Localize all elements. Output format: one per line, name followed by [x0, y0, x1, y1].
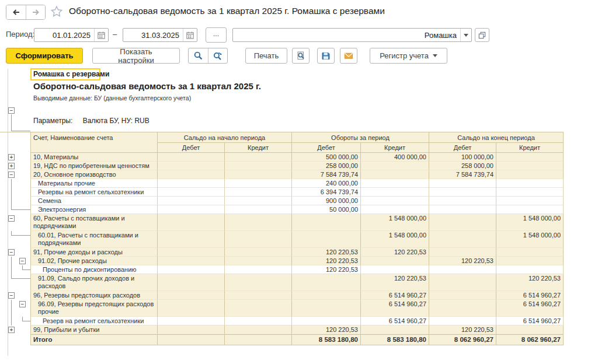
value-cell[interactable]: [225, 257, 292, 265]
account-cell[interactable]: 96.09, Резервы предстоящих расходовпрочи…: [30, 300, 158, 317]
value-cell[interactable]: 7 584 739,74: [429, 170, 496, 179]
period-from-input[interactable]: 01.01.2025: [34, 28, 109, 42]
account-cell[interactable]: Резервы на ремонт сельхозтехники: [30, 188, 158, 197]
report-collapse-toggle[interactable]: −: [8, 107, 15, 114]
value-cell[interactable]: [225, 231, 292, 248]
account-cell[interactable]: 60, Расчеты с поставщиками иподрядчиками: [30, 214, 158, 231]
value-cell[interactable]: [361, 170, 429, 179]
value-cell[interactable]: 400 000,00: [361, 153, 429, 162]
period-to-input[interactable]: 31.03.2025: [123, 28, 197, 42]
value-cell[interactable]: [225, 179, 292, 188]
value-cell[interactable]: [429, 205, 496, 214]
value-cell[interactable]: [496, 248, 564, 257]
value-cell[interactable]: 1 548 000,00: [361, 214, 429, 231]
value-cell[interactable]: [225, 153, 292, 162]
account-cell[interactable]: 91.02, Прочие расходы: [30, 257, 158, 265]
value-cell[interactable]: [496, 188, 564, 197]
value-cell[interactable]: [361, 188, 429, 197]
value-cell[interactable]: [429, 265, 496, 274]
value-cell[interactable]: 6 514 960,27: [361, 291, 429, 300]
collapse-toggle[interactable]: −: [19, 301, 26, 307]
value-cell[interactable]: [361, 205, 429, 214]
account-cell[interactable]: Семена: [30, 197, 158, 205]
search-next-button[interactable]: [208, 48, 227, 63]
value-cell[interactable]: [496, 265, 564, 274]
column-header-turnover[interactable]: Обороты за период: [292, 132, 429, 143]
value-cell[interactable]: [429, 214, 496, 231]
value-cell[interactable]: 120 220,53: [292, 265, 361, 274]
value-cell[interactable]: [225, 214, 292, 231]
value-cell[interactable]: [225, 265, 292, 274]
value-cell[interactable]: 1 548 000,00: [361, 231, 429, 248]
expand-toggle[interactable]: +: [8, 327, 15, 333]
value-cell[interactable]: 8 062 960,27: [496, 334, 564, 345]
value-cell[interactable]: [496, 257, 564, 265]
column-header-credit[interactable]: Кредит: [361, 143, 429, 153]
value-cell[interactable]: [496, 326, 564, 334]
value-cell[interactable]: [361, 162, 429, 170]
organization-choose-button[interactable]: [475, 28, 489, 42]
value-cell[interactable]: [225, 326, 292, 334]
save-button[interactable]: [317, 48, 335, 64]
account-cell[interactable]: Проценты по дисконтированию: [30, 265, 158, 274]
value-cell[interactable]: 120 220,53: [429, 257, 496, 265]
value-cell[interactable]: [429, 179, 496, 188]
value-cell[interactable]: [361, 257, 429, 265]
account-cell[interactable]: 91, Прочие доходы и расходы: [30, 248, 158, 257]
collapse-toggle[interactable]: −: [8, 215, 15, 222]
value-cell[interactable]: [496, 205, 564, 214]
value-cell[interactable]: [225, 334, 292, 345]
value-cell[interactable]: 6 514 960,27: [496, 291, 564, 300]
value-cell[interactable]: [158, 162, 225, 170]
value-cell[interactable]: [361, 179, 429, 188]
value-cell[interactable]: 120 220,53: [292, 326, 361, 334]
account-cell[interactable]: 20, Основное производство: [30, 170, 158, 179]
account-cell[interactable]: 99, Прибыли и убытки: [30, 326, 158, 334]
value-cell[interactable]: [292, 300, 361, 317]
value-cell[interactable]: 8 583 180,80: [361, 334, 429, 345]
column-header-credit[interactable]: Кредит: [225, 143, 292, 153]
value-cell[interactable]: [429, 231, 496, 248]
calendar-icon[interactable]: [94, 29, 108, 41]
value-cell[interactable]: [158, 231, 225, 248]
column-header-opening-balance[interactable]: Сальдо на начало периода: [158, 132, 292, 143]
value-cell[interactable]: 6 514 960,27: [496, 317, 564, 326]
value-cell[interactable]: [158, 317, 225, 326]
value-cell[interactable]: 8 062 960,27: [429, 334, 496, 345]
value-cell[interactable]: [292, 274, 361, 291]
value-cell[interactable]: [496, 197, 564, 205]
account-cell[interactable]: Материалы прочие: [30, 179, 158, 188]
value-cell[interactable]: [158, 291, 225, 300]
calendar-icon[interactable]: [183, 29, 197, 41]
account-cell[interactable]: 19, НДС по приобретенным ценностям: [30, 162, 158, 170]
value-cell[interactable]: [429, 188, 496, 197]
value-cell[interactable]: 7 584 739,74: [292, 170, 361, 179]
value-cell[interactable]: 120 220,53: [361, 274, 429, 291]
value-cell[interactable]: [158, 179, 225, 188]
value-cell[interactable]: 1 548 000,00: [496, 231, 564, 248]
column-header-debit[interactable]: Дебет: [158, 143, 225, 153]
print-preview-button[interactable]: [292, 48, 310, 64]
favorite-star-icon[interactable]: [50, 5, 63, 18]
email-button[interactable]: [340, 48, 357, 64]
value-cell[interactable]: [429, 248, 496, 257]
value-cell[interactable]: [225, 248, 292, 257]
show-settings-button[interactable]: Показать настройки: [92, 48, 180, 64]
collapse-toggle[interactable]: −: [8, 292, 15, 299]
value-cell[interactable]: [429, 274, 496, 291]
column-header-credit[interactable]: Кредит: [496, 143, 564, 153]
value-cell[interactable]: [361, 197, 429, 205]
value-cell[interactable]: [225, 300, 292, 317]
value-cell[interactable]: [292, 231, 361, 248]
value-cell[interactable]: [158, 265, 225, 274]
collapse-toggle[interactable]: −: [19, 258, 26, 264]
value-cell[interactable]: [158, 248, 225, 257]
value-cell[interactable]: [361, 326, 429, 334]
value-cell[interactable]: [429, 317, 496, 326]
forward-button[interactable]: [26, 5, 45, 19]
value-cell[interactable]: 258 000,00: [429, 162, 496, 170]
generate-button[interactable]: Сформировать: [6, 48, 83, 64]
value-cell[interactable]: [292, 214, 361, 231]
expand-toggle[interactable]: +: [8, 154, 15, 160]
value-cell[interactable]: 6 394 739,74: [292, 188, 361, 197]
